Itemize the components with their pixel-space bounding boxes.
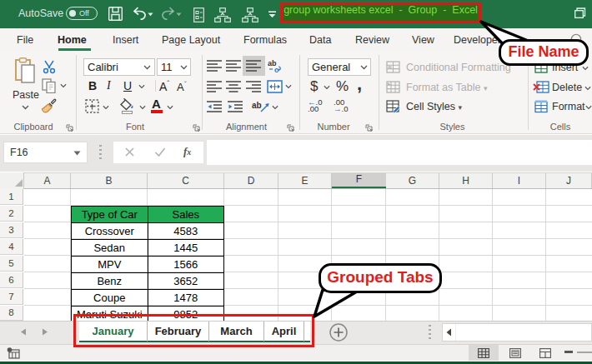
- svg-text:ab: ab: [252, 101, 262, 110]
